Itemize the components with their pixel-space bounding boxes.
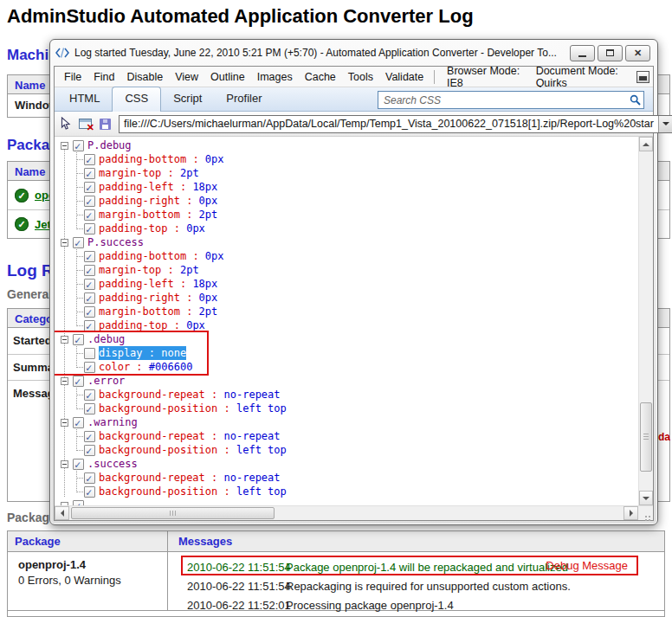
property-checkbox[interactable] xyxy=(84,209,95,221)
menu-item-file[interactable]: File xyxy=(58,68,87,86)
collapse-expander-icon[interactable] xyxy=(61,377,68,385)
property-checkbox[interactable] xyxy=(84,292,95,304)
save-icon[interactable] xyxy=(100,116,111,132)
property-checkbox[interactable] xyxy=(84,168,95,179)
menu-item-outline[interactable]: Outline xyxy=(204,68,251,86)
menu-item-tools[interactable]: Tools xyxy=(342,68,379,86)
css-rule-row[interactable]: .error xyxy=(58,374,638,388)
property-text: background-repeat : no-repeat xyxy=(99,388,281,402)
vertical-scrollbar[interactable] xyxy=(638,137,653,505)
url-combobox[interactable]: file:///C:/Users/michaelurman/AppData/Lo… xyxy=(119,115,672,133)
css-property-row[interactable]: background-repeat : no-repeat xyxy=(76,429,638,443)
rule-checkbox[interactable] xyxy=(73,334,84,345)
tab-script[interactable]: Script xyxy=(161,87,214,111)
rule-checkbox[interactable] xyxy=(73,376,84,387)
css-property-row[interactable]: background-position : left top xyxy=(76,443,638,457)
scroll-left-button[interactable] xyxy=(55,506,69,520)
property-checkbox[interactable] xyxy=(84,196,95,207)
css-rule-row[interactable]: P.debug xyxy=(58,138,638,152)
pin-to-bottom-icon[interactable] xyxy=(636,71,649,83)
scroll-down-button[interactable] xyxy=(639,491,653,505)
minimize-button[interactable] xyxy=(570,45,595,61)
css-property-row[interactable]: margin-bottom : 2pt xyxy=(76,208,638,222)
css-property-row[interactable]: padding-bottom : 0px xyxy=(76,152,638,166)
chevron-down-icon xyxy=(662,122,669,125)
property-checkbox[interactable] xyxy=(84,251,95,262)
rule-checkbox[interactable] xyxy=(73,500,84,506)
collapse-expander-icon[interactable] xyxy=(61,502,68,506)
horizontal-scroll-track[interactable] xyxy=(69,506,624,520)
css-property-row[interactable]: padding-right : 0px xyxy=(76,291,638,305)
css-rule-row[interactable]: .success xyxy=(58,457,638,471)
css-property-row[interactable]: padding-left : 18px xyxy=(76,277,638,291)
css-property-row[interactable]: background-repeat : no-repeat xyxy=(76,388,638,402)
css-property-row[interactable]: color : #006600 xyxy=(76,360,638,374)
css-property-row[interactable]: padding-top : 0px xyxy=(76,222,638,235)
rule-checkbox[interactable] xyxy=(73,237,84,248)
collapse-expander-icon[interactable] xyxy=(61,419,68,427)
menu-separator xyxy=(434,70,435,84)
table-header-row: Package Messages xyxy=(8,531,664,552)
collapse-expander-icon[interactable] xyxy=(61,336,68,344)
css-rule-row[interactable]: .warning xyxy=(58,415,638,429)
horizontal-scroll-thumb[interactable] xyxy=(71,507,275,519)
select-element-cursor-icon[interactable] xyxy=(60,116,71,132)
css-property-row[interactable]: background-repeat : no-repeat xyxy=(76,471,638,485)
css-property-row[interactable]: background-position : left top xyxy=(76,485,638,498)
vertical-scroll-track[interactable] xyxy=(639,151,653,491)
search-icon[interactable] xyxy=(626,94,643,106)
css-property-row[interactable]: margin-top : 2pt xyxy=(76,166,638,180)
rule-checkbox[interactable] xyxy=(73,140,84,151)
menu-item-validate[interactable]: Validate xyxy=(379,68,430,86)
property-checkbox[interactable] xyxy=(84,362,95,373)
resize-grip[interactable] xyxy=(638,506,653,520)
clear-browser-cache-icon[interactable] xyxy=(79,116,92,132)
collapse-expander-icon[interactable] xyxy=(61,239,68,247)
close-button[interactable]: ✕ xyxy=(625,45,650,61)
scroll-up-button[interactable] xyxy=(639,137,653,151)
search-input[interactable] xyxy=(378,94,626,106)
tab-html[interactable]: HTML xyxy=(57,87,112,111)
property-checkbox[interactable] xyxy=(84,389,95,401)
css-property-row[interactable]: padding-left : 18px xyxy=(76,180,638,194)
property-checkbox[interactable] xyxy=(84,223,95,235)
vertical-scroll-thumb[interactable] xyxy=(640,402,652,472)
css-rule-row[interactable]: P.success xyxy=(58,235,638,249)
collapse-expander-icon[interactable] xyxy=(61,460,68,468)
property-checkbox[interactable] xyxy=(84,348,95,359)
property-checkbox[interactable] xyxy=(84,486,95,498)
menu-item-disable[interactable]: Disable xyxy=(120,68,169,86)
property-checkbox[interactable] xyxy=(84,320,95,331)
property-checkbox[interactable] xyxy=(84,431,95,442)
menu-item-find[interactable]: Find xyxy=(87,68,120,86)
collapse-expander-icon[interactable] xyxy=(61,142,68,150)
css-property-row[interactable]: background-position : left top xyxy=(76,402,638,415)
restore-button[interactable] xyxy=(598,45,623,61)
menu-item-cache[interactable]: Cache xyxy=(299,68,342,86)
menu-item-images[interactable]: Images xyxy=(251,68,299,86)
tab-profiler[interactable]: Profiler xyxy=(214,87,274,111)
css-property-row[interactable]: margin-bottom : 2pt xyxy=(76,305,638,318)
property-checkbox[interactable] xyxy=(84,154,95,165)
rule-checkbox[interactable] xyxy=(73,459,84,470)
property-checkbox[interactable] xyxy=(84,306,95,318)
css-property-row[interactable]: padding-right : 0px xyxy=(76,194,638,208)
property-checkbox[interactable] xyxy=(84,182,95,193)
css-rule-row[interactable]: .debug xyxy=(58,332,638,346)
horizontal-scrollbar[interactable] xyxy=(55,505,653,520)
tab-css[interactable]: CSS xyxy=(112,87,161,112)
css-property-row[interactable]: padding-top : 0px xyxy=(76,318,638,332)
rule-checkbox[interactable] xyxy=(73,417,84,428)
property-checkbox[interactable] xyxy=(84,279,95,290)
menu-item-view[interactable]: View xyxy=(169,68,204,86)
css-property-row[interactable]: margin-top : 2pt xyxy=(76,263,638,277)
property-checkbox[interactable] xyxy=(84,472,95,484)
css-property-row[interactable]: display : none xyxy=(76,346,638,360)
css-rule-row[interactable] xyxy=(58,498,638,505)
css-property-row[interactable]: padding-bottom : 0px xyxy=(76,249,638,263)
scroll-right-button[interactable] xyxy=(624,506,638,520)
property-checkbox[interactable] xyxy=(84,265,95,276)
property-checkbox[interactable] xyxy=(84,403,95,415)
url-dropdown-button[interactable] xyxy=(658,116,672,132)
property-checkbox[interactable] xyxy=(84,445,95,456)
